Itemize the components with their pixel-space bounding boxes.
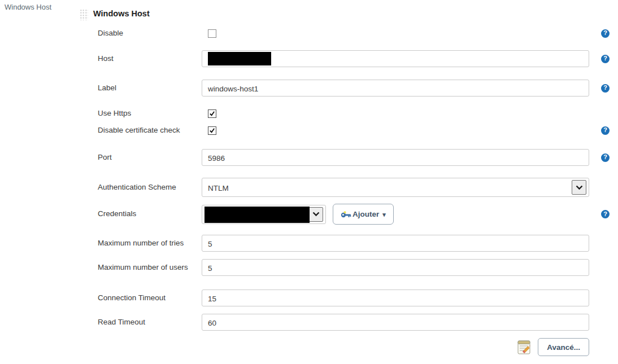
field-label-credentials: Credentials [79, 209, 202, 218]
field-label-max-tries: Maximum number of tries [79, 239, 202, 248]
help-icon[interactable]: ? [601, 154, 610, 162]
select-dropdown-button[interactable] [308, 207, 323, 222]
question-glyph: ? [603, 211, 607, 218]
field-label-use-https: Use Https [79, 109, 202, 118]
advanced-button[interactable]: Avancé... [538, 338, 589, 356]
label-input[interactable] [202, 80, 589, 97]
field-row-port: Port ? [79, 149, 618, 166]
field-label-disable-cert-check: Disable certificate check [79, 126, 202, 135]
question-glyph: ? [603, 30, 607, 37]
field-row-max-users: Maximum number of users [79, 259, 618, 276]
form-footer: Avancé... [79, 338, 589, 356]
help-icon[interactable]: ? [601, 210, 610, 218]
checkmark-icon [209, 111, 215, 117]
field-label-auth-scheme: Authentication Scheme [79, 183, 202, 192]
field-label-read-timeout: Read Timeout [79, 318, 202, 327]
add-button-label: Ajouter [352, 210, 379, 218]
help-icon[interactable]: ? [601, 55, 610, 63]
section-header: Windows Host [79, 8, 618, 20]
question-glyph: ? [603, 85, 607, 91]
add-credentials-button[interactable]: Ajouter ▾ [333, 204, 394, 225]
checkmark-icon [209, 128, 215, 134]
auth-scheme-value: NTLM [208, 183, 229, 192]
field-row-read-timeout: Read Timeout [79, 314, 618, 331]
question-glyph: ? [603, 127, 607, 134]
max-tries-input[interactable] [202, 235, 589, 252]
credentials-select[interactable] [202, 205, 326, 224]
field-row-connection-timeout: Connection Timeout [79, 290, 618, 306]
auth-scheme-select[interactable]: NTLM [202, 178, 589, 197]
notepad-edit-icon[interactable] [516, 339, 533, 356]
disable-checkbox[interactable] [208, 29, 216, 38]
help-icon[interactable]: ? [601, 126, 610, 135]
select-dropdown-button[interactable] [572, 180, 586, 195]
use-https-checkbox[interactable] [208, 109, 216, 118]
field-label-disable: Disable [79, 29, 202, 38]
connection-timeout-input[interactable] [202, 290, 589, 306]
chevron-down-icon [576, 185, 583, 190]
max-users-input[interactable] [202, 259, 589, 276]
field-label-host: Host [79, 54, 202, 63]
field-label-label: Label [79, 84, 202, 93]
field-row-disable: Disable ? [79, 28, 618, 38]
key-icon [341, 211, 351, 218]
chevron-down-icon [312, 212, 320, 217]
field-row-max-tries: Maximum number of tries [79, 235, 618, 252]
read-timeout-input[interactable] [202, 314, 589, 331]
field-row-use-https: Use Https [79, 108, 618, 119]
caret-down-icon: ▾ [382, 210, 386, 218]
question-glyph: ? [603, 55, 607, 62]
field-label-max-users: Maximum number of users [79, 263, 202, 272]
drag-handle-icon[interactable] [79, 8, 88, 20]
field-label-connection-timeout: Connection Timeout [79, 293, 202, 302]
field-label-port: Port [79, 153, 202, 162]
help-icon[interactable]: ? [601, 84, 610, 93]
breadcrumb: Windows Host [5, 3, 51, 11]
field-row-disable-cert-check: Disable certificate check ? [79, 125, 618, 135]
section-title: Windows Host [93, 8, 150, 18]
redacted-value [208, 52, 271, 65]
windows-host-form: Windows Host Disable ? Host ? Label ? [79, 8, 618, 356]
help-icon[interactable]: ? [601, 29, 610, 38]
field-row-auth-scheme: Authentication Scheme NTLM [79, 178, 618, 197]
question-glyph: ? [603, 154, 607, 161]
port-input[interactable] [202, 149, 589, 166]
field-row-host: Host ? [79, 50, 618, 67]
field-row-credentials: Credentials Ajouter ▾ [79, 204, 618, 225]
field-row-label: Label ? [79, 80, 618, 97]
redacted-value [204, 207, 310, 223]
disable-cert-check-checkbox[interactable] [208, 126, 216, 135]
